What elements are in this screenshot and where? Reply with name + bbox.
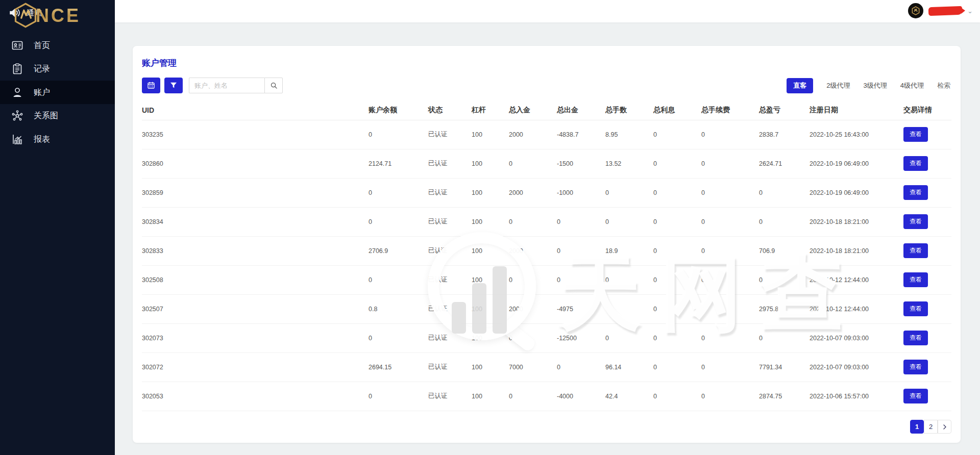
cell-trade-details: 查看 <box>903 265 951 294</box>
cell-trade-details: 查看 <box>903 178 951 207</box>
sidebar-item-label: 记录 <box>34 64 50 74</box>
cell-trade-details: 查看 <box>903 120 951 149</box>
cell-total-withdrawal: -1500 <box>557 149 605 178</box>
cell-total-withdrawal: -1000 <box>557 178 605 207</box>
cell-total-pnl: 0 <box>759 207 810 236</box>
view-details-button[interactable]: 查看 <box>903 360 928 374</box>
table-row: 302053 0 已认证 100 0 -4000 42.4 0 0 2874.7… <box>142 382 951 411</box>
cell-register-date: 2022-10-12 12:44:00 <box>810 265 903 294</box>
brand-logo[interactable]: NCE <box>12 2 81 29</box>
cell-uid: 302073 <box>142 323 369 352</box>
cell-leverage: 100 <box>472 120 509 149</box>
cell-register-date: 2022-10-07 09:03:00 <box>810 352 903 382</box>
cell-balance: 0 <box>369 265 428 294</box>
col-total-deposit: 总入金 <box>509 100 557 120</box>
cell-leverage: 100 <box>472 323 509 352</box>
cell-total-pnl: 2874.75 <box>759 382 810 411</box>
cell-leverage: 100 <box>472 294 509 323</box>
view-details-button[interactable]: 查看 <box>903 331 928 345</box>
cell-total-interest: 0 <box>653 178 701 207</box>
cell-leverage: 100 <box>472 178 509 207</box>
table-row: 302508 0 已认证 100 0 0 0 0 0 0 2022-10-12 … <box>142 265 951 294</box>
cell-total-pnl: 2975.8 <box>759 294 810 323</box>
view-details-button[interactable]: 查看 <box>903 185 928 200</box>
sidebar-item-reports[interactable]: 报表 <box>0 128 115 151</box>
cell-leverage: 100 <box>472 207 509 236</box>
cell-uid: 302860 <box>142 149 369 178</box>
cell-uid: 302072 <box>142 352 369 382</box>
cell-total-fees: 0 <box>701 294 759 323</box>
table-row: 302834 0 已认证 100 0 0 0 0 0 0 2022-10-18 … <box>142 207 951 236</box>
tab-search[interactable]: 检索 <box>937 81 950 90</box>
cell-register-date: 2022-10-18 18:21:00 <box>810 236 903 265</box>
sidebar-item-records[interactable]: 记录 <box>0 57 115 81</box>
view-details-button[interactable]: 查看 <box>903 301 928 316</box>
table-row: 302860 2124.71 已认证 100 0 -1500 13.52 0 0… <box>142 149 951 178</box>
tab-direct-customer[interactable]: 直客 <box>787 78 813 93</box>
cell-total-pnl: 7791.34 <box>759 352 810 382</box>
cell-total-lots: 0 <box>605 323 653 352</box>
cell-balance: 0 <box>369 382 428 411</box>
next-page-button[interactable] <box>938 420 951 434</box>
search-input[interactable] <box>189 78 264 93</box>
cell-register-date: 2022-10-25 16:43:00 <box>810 120 903 149</box>
cell-total-interest: 0 <box>653 265 701 294</box>
date-filter-button[interactable] <box>142 78 160 93</box>
sidebar-item-home[interactable]: 首页 <box>0 34 115 57</box>
cell-total-pnl: 0 <box>759 323 810 352</box>
table-row: 302073 0 已认证 100 0 -12500 0 0 0 0 2022-1… <box>142 323 951 352</box>
view-details-button[interactable]: 查看 <box>903 389 928 403</box>
col-total-withdrawal: 总出金 <box>557 100 605 120</box>
sidebar-item-relation-graph[interactable]: 关系图 <box>0 104 115 128</box>
cell-total-lots: 0 <box>605 178 653 207</box>
sidebar-item-label: 关系图 <box>34 111 58 121</box>
cell-total-interest: 0 <box>653 120 701 149</box>
col-register-date: 注册日期 <box>810 100 903 120</box>
cell-trade-details: 查看 <box>903 323 951 352</box>
cell-status: 已认证 <box>428 352 472 382</box>
cell-balance: 0 <box>369 178 428 207</box>
filter-button[interactable] <box>164 78 183 93</box>
hexagon-logo-icon <box>12 2 39 29</box>
view-details-button[interactable]: 查看 <box>903 214 928 229</box>
tab-level4-agent[interactable]: 4级代理 <box>900 81 924 90</box>
tab-level2-agent[interactable]: 2级代理 <box>826 81 850 90</box>
user-menu[interactable]: ⌄ <box>908 3 973 18</box>
cell-total-withdrawal: -4975 <box>557 294 605 323</box>
cell-balance: 0 <box>369 120 428 149</box>
cell-status: 已认证 <box>428 120 472 149</box>
cell-leverage: 100 <box>472 382 509 411</box>
cell-balance: 2694.15 <box>369 352 428 382</box>
cell-trade-details: 查看 <box>903 236 951 265</box>
view-details-button[interactable]: 查看 <box>903 272 928 287</box>
cell-total-fees: 0 <box>701 120 759 149</box>
sidebar-item-label: 报表 <box>34 134 50 145</box>
cell-total-lots: 0 <box>605 265 653 294</box>
avatar[interactable] <box>908 3 923 18</box>
cell-total-deposit: 0 <box>509 323 557 352</box>
cell-total-interest: 0 <box>653 382 701 411</box>
search-button[interactable] <box>264 78 283 93</box>
cell-total-interest: 0 <box>653 207 701 236</box>
view-details-button[interactable]: 查看 <box>903 243 928 258</box>
col-total-lots: 总手数 <box>605 100 653 120</box>
tab-level3-agent[interactable]: 3级代理 <box>864 81 887 90</box>
table-row: 302859 0 已认证 100 2000 -1000 0 0 0 0 2022… <box>142 178 951 207</box>
page-button-2[interactable]: 2 <box>924 420 938 434</box>
table-row: 302507 0.8 已认证 100 2000 -4975 0 0 0 2975… <box>142 294 951 323</box>
accounts-table: UID 账户余额 状态 杠杆 总入金 总出金 总手数 总利息 总手续费 总盈亏 … <box>142 100 951 411</box>
chevron-down-icon[interactable]: ⌄ <box>967 7 973 15</box>
redacted-username[interactable] <box>928 6 963 15</box>
cell-leverage: 100 <box>472 265 509 294</box>
cell-status: 已认证 <box>428 149 472 178</box>
cell-total-lots: 8.95 <box>605 120 653 149</box>
view-details-button[interactable]: 查看 <box>903 127 928 142</box>
sidebar-item-accounts[interactable]: 账户 <box>0 81 115 104</box>
cell-total-fees: 0 <box>701 207 759 236</box>
cell-status: 已认证 <box>428 382 472 411</box>
view-details-button[interactable]: 查看 <box>903 156 928 171</box>
page-button-1[interactable]: 1 <box>910 420 924 434</box>
cell-total-withdrawal: 0 <box>557 352 605 382</box>
cell-uid: 302053 <box>142 382 369 411</box>
cell-uid: 302834 <box>142 207 369 236</box>
